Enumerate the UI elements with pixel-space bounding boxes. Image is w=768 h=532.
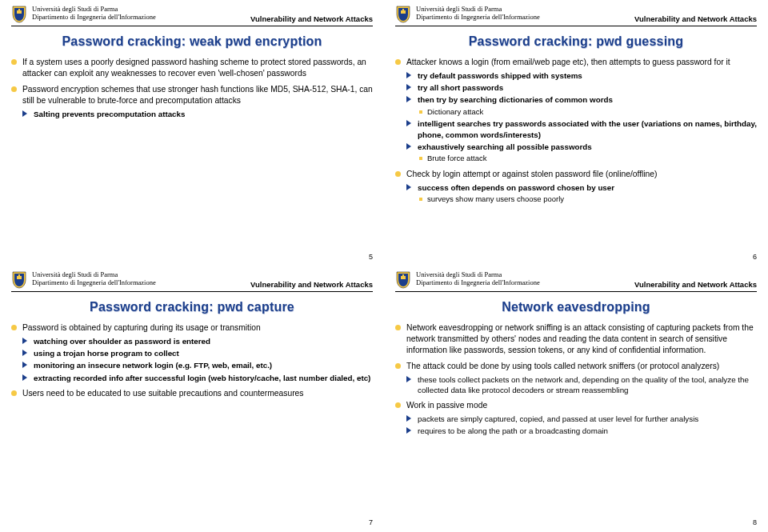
list-item: Dictionary attack [418,107,757,118]
slide-title: Network eavesdropping [395,300,757,314]
page-number: 6 [753,253,757,261]
slide-body: Password is obtained by capturing during… [11,322,373,399]
list-item: intelligent searches try passwords assoc… [406,118,757,139]
bullet-text: Dictionary attack [427,107,483,116]
bullet-list-lvl3: Dictionary attack [418,107,757,118]
institution-block: Università degli Studi di Parma Dipartim… [32,270,250,286]
department-name: Dipartimento di Ingegneria dell'Informaz… [32,13,250,21]
slide-header: Università degli Studi di Parma Dipartim… [11,270,373,292]
institution-block: Università degli Studi di Parma Dipartim… [416,270,634,286]
bullet-text: packets are simply captured, copied, and… [418,414,698,423]
list-item: extracting recorded info after successfu… [22,373,373,383]
list-item: try all short passwords [406,82,757,93]
bullet-list-lvl2: packets are simply captured, copied, and… [406,414,757,436]
slide-header: Università degli Studi di Parma Dipartim… [11,5,373,26]
university-name: Università degli Studi di Parma [32,270,250,278]
bullet-list-lvl1: Network eavesdropping or network sniffin… [395,322,757,436]
bullet-list-lvl2: success often depends on password chosen… [406,182,757,205]
list-item: these tools collect packets on the netwo… [406,374,757,395]
bullet-text: try all short passwords [418,83,503,92]
bullet-list-lvl3: surveys show many users choose poorly [418,194,757,205]
slide: Università degli Studi di Parma Dipartim… [384,0,768,266]
university-crest-icon [11,270,27,290]
bullet-text: monitoring an insecure network login (e.… [34,361,272,370]
list-item: Password is obtained by capturing during… [11,322,373,383]
bullet-text: using a trojan horse program to collect [34,349,179,358]
institution-block: Università degli Studi di Parma Dipartim… [416,5,634,21]
bullet-text: Password is obtained by capturing during… [22,323,261,332]
slide-body: Network eavesdropping or network sniffin… [395,322,757,436]
svg-rect-2 [401,10,406,14]
svg-rect-6 [401,276,406,279]
slide-body: Attacker knows a login (from email/web p… [395,57,757,205]
bullet-text: Check by login attempt or against stolen… [406,170,657,178]
slide: Università degli Studi di Parma Dipartim… [0,266,384,531]
university-crest-icon [11,5,27,24]
bullet-text: The attack could be done by using tools … [406,362,719,370]
bullet-text: surveys show many users choose poorly [427,194,564,203]
bullet-text: Salting prevents precomputation attacks [34,110,185,118]
slide-body: If a system uses a poorly designed passw… [11,57,373,119]
list-item: monitoring an insecure network login (e.… [22,360,373,370]
list-item: Check by login attempt or against stolen… [395,169,757,205]
bullet-text: exhaustively searching all possible pass… [418,142,592,151]
svg-rect-7 [402,274,404,276]
list-item: try default passwords shipped with syste… [406,70,757,81]
slide-grid: Università degli Studi di Parma Dipartim… [0,0,768,532]
bullet-text: Users need to be educated to use suitabl… [22,389,303,398]
slide: Università degli Studi di Parma Dipartim… [0,0,384,266]
bullet-text: Password encryption schemes that use str… [22,85,373,105]
bullet-text: Work in passive mode [406,401,487,410]
bullet-text: watching over shoulder as password is en… [34,337,210,346]
department-name: Dipartimento di Ingegneria dell'Informaz… [32,278,250,286]
list-item: packets are simply captured, copied, and… [406,414,757,424]
list-item: Users need to be educated to use suitabl… [11,388,373,399]
page-number: 8 [753,518,757,526]
bullet-text: these tools collect packets on the netwo… [418,375,749,394]
bullet-list-lvl2: try default passwords shipped with syste… [406,70,757,164]
list-item: requires to be along the path or a broad… [406,426,757,436]
page-number: 5 [369,253,373,261]
list-item: Network eavesdropping or network sniffin… [395,322,757,356]
list-item: then try by searching dictionaries of co… [406,94,757,117]
slide: Università degli Studi di Parma Dipartim… [384,266,768,531]
list-item: exhaustively searching all possible pass… [406,142,757,164]
bullet-list-lvl2: these tools collect packets on the netwo… [406,374,757,395]
list-item: If a system uses a poorly designed passw… [11,57,373,79]
bullet-list-lvl2: Salting prevents precomputation attacks [22,109,373,119]
course-title: Vulnerability and Network Attacks [250,280,373,290]
course-title: Vulnerability and Network Attacks [250,14,373,24]
list-item: The attack could be done by using tools … [395,361,757,395]
department-name: Dipartimento di Ingegneria dell'Informaz… [416,278,634,286]
slide-header: Università degli Studi di Parma Dipartim… [395,270,757,292]
slide-title: Password cracking: pwd guessing [395,34,757,49]
bullet-text: then try by searching dictionaries of co… [418,95,613,104]
course-title: Vulnerability and Network Attacks [634,14,757,24]
list-item: Work in passive modepackets are simply c… [395,400,757,436]
course-title: Vulnerability and Network Attacks [634,280,757,290]
institution-block: Università degli Studi di Parma Dipartim… [32,5,250,21]
university-name: Università degli Studi di Parma [416,270,634,278]
bullet-list-lvl1: Password is obtained by capturing during… [11,322,373,399]
svg-rect-5 [18,274,20,276]
list-item: Attacker knows a login (from email/web p… [395,57,757,164]
bullet-text: Attacker knows a login (from email/web p… [406,58,730,66]
list-item: using a trojan horse program to collect [22,348,373,358]
university-crest-icon [395,5,411,24]
slide-title: Password cracking: pwd capture [11,300,373,314]
list-item: success often depends on password chosen… [406,182,757,205]
university-crest-icon [395,270,411,290]
svg-rect-0 [17,10,22,14]
list-item: watching over shoulder as password is en… [22,336,373,346]
department-name: Dipartimento di Ingegneria dell'Informaz… [416,13,634,21]
bullet-list-lvl1: If a system uses a poorly designed passw… [11,57,373,119]
bullet-text: try default passwords shipped with syste… [418,71,582,80]
bullet-text: success often depends on password chosen… [418,183,614,192]
bullet-text: Network eavesdropping or network sniffin… [406,323,754,354]
list-item: surveys show many users choose poorly [418,194,757,205]
list-item: Password encryption schemes that use str… [11,84,373,119]
bullet-list-lvl1: Attacker knows a login (from email/web p… [395,57,757,205]
university-name: Università degli Studi di Parma [32,5,250,13]
bullet-text: extracting recorded info after successfu… [34,374,370,382]
university-name: Università degli Studi di Parma [416,5,634,13]
